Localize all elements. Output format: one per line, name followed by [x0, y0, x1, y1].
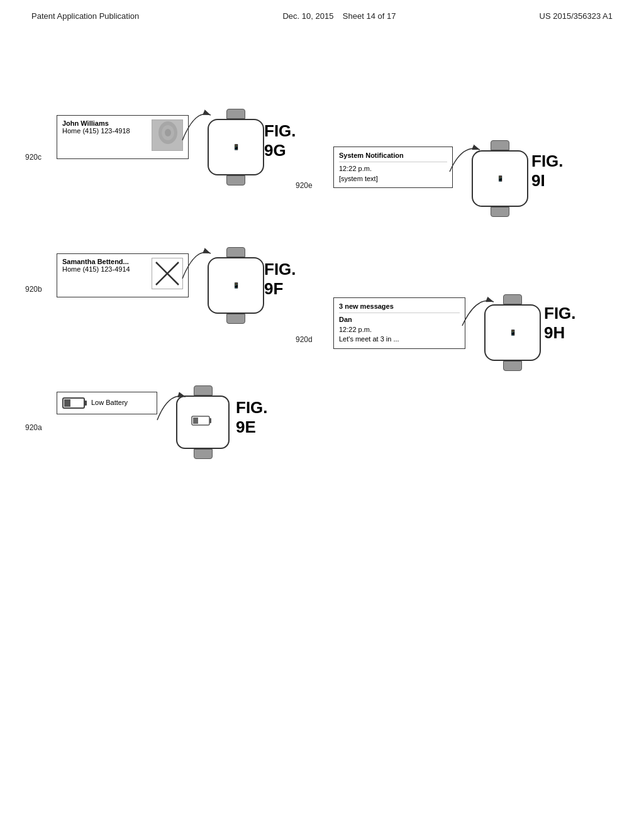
fig9h-label: FIG. 9H — [544, 304, 576, 343]
fig-9g-area: 920c John Williams Home (415) 123-4918 📱 — [57, 115, 189, 159]
fig9i-card: System Notification 12:22 p.m. [system t… — [333, 147, 453, 188]
svg-point-2 — [165, 129, 171, 136]
fig9g-label: FIG. 9G — [264, 121, 296, 160]
arrow-9i — [443, 137, 594, 194]
sys-notif-time: 12:22 p.m. — [339, 164, 447, 174]
arrow-9g — [176, 102, 333, 165]
ref-920e: 920e — [296, 181, 313, 190]
svg-rect-9 — [64, 399, 70, 407]
arrow-9h — [456, 288, 619, 351]
main-content: 920c John Williams Home (415) 123-4918 📱 — [0, 27, 644, 819]
fig9g-card: John Williams Home (415) 123-4918 — [57, 115, 189, 159]
fig9f-label: FIG. 9F — [264, 260, 296, 299]
sys-notif-body: [system text] — [339, 174, 447, 184]
battery-row: Low Battery — [62, 396, 152, 410]
arrow-9e — [151, 385, 289, 442]
ref-920b: 920b — [25, 285, 42, 294]
fig9e-card: Low Battery — [57, 392, 157, 414]
header-right: US 2015/356323 A1 — [540, 11, 613, 21]
msg-sender: Dan — [339, 315, 460, 324]
ref-920c: 920c — [25, 153, 42, 162]
fig-9i-area: 920e System Notification 12:22 p.m. [sys… — [333, 147, 453, 188]
fig-9f-area: 920b Samantha Bettend... Home (415) 123-… — [57, 253, 189, 297]
ref-920a: 920a — [25, 423, 42, 432]
msg-preview: Let's meet at 3 in ... — [339, 335, 460, 344]
msg-header: 3 new messages — [339, 302, 460, 313]
fig9f-card: Samantha Bettend... Home (415) 123-4914 — [57, 253, 189, 297]
fig9e-label: FIG. 9E — [236, 398, 268, 437]
fig-9e-area: 920a Low Battery — [57, 392, 157, 414]
fig9h-card: 3 new messages Dan 12:22 p.m. Let's meet… — [333, 297, 465, 349]
sys-notif-title: System Notification — [339, 151, 447, 162]
svg-rect-8 — [84, 401, 87, 406]
msg-time: 12:22 p.m. — [339, 325, 460, 335]
header-center: Dec. 10, 2015 Sheet 14 of 17 — [282, 11, 396, 21]
fig-9h-area: 920d 3 new messages Dan 12:22 p.m. Let's… — [333, 297, 465, 349]
fig9i-label: FIG. 9I — [531, 152, 564, 191]
arrow-9f — [176, 241, 333, 304]
header-left: Patent Application Publication — [31, 11, 139, 21]
page-header: Patent Application Publication Dec. 10, … — [0, 0, 644, 27]
battery-icon — [62, 396, 89, 410]
battery-label: Low Battery — [91, 398, 128, 407]
ref-920d: 920d — [296, 335, 313, 344]
